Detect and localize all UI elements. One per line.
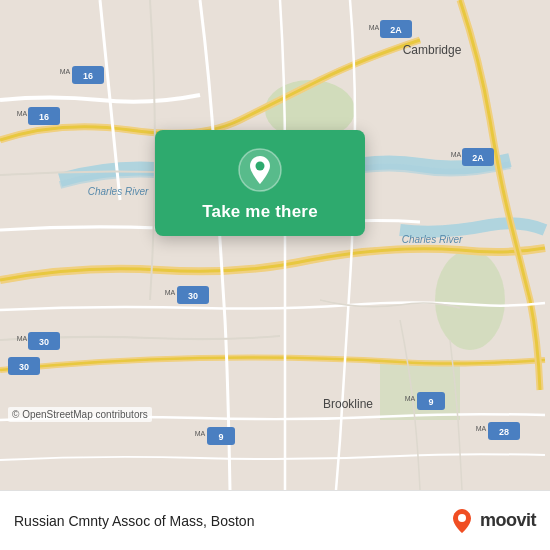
svg-text:MA: MA [195,430,206,437]
svg-text:16: 16 [39,112,49,122]
svg-text:MA: MA [165,289,176,296]
svg-text:MA: MA [451,151,462,158]
map-container: 2A MA 16 MA 16 MA 2A MA 30 MA 30 MA 30 9… [0,0,550,490]
svg-text:2A: 2A [472,153,484,163]
svg-text:MA: MA [17,335,28,342]
place-name: Russian Cmnty Assoc of Mass, Boston [14,513,254,529]
svg-text:30: 30 [188,291,198,301]
svg-rect-3 [380,360,460,420]
bottom-info: Russian Cmnty Assoc of Mass, Boston [14,513,254,529]
svg-point-38 [256,162,265,171]
svg-text:16: 16 [83,71,93,81]
svg-text:2A: 2A [390,25,402,35]
take-me-there-label: Take me there [202,202,318,222]
svg-text:28: 28 [499,427,509,437]
svg-point-2 [435,250,505,350]
svg-text:MA: MA [60,68,71,75]
take-me-there-card[interactable]: Take me there [155,130,365,236]
bottom-bar: Russian Cmnty Assoc of Mass, Boston moov… [0,490,550,550]
svg-text:Brookline: Brookline [323,397,373,411]
svg-text:MA: MA [476,425,487,432]
moovit-logo: moovit [448,507,536,535]
svg-text:30: 30 [19,362,29,372]
svg-text:9: 9 [428,397,433,407]
svg-text:MA: MA [369,24,380,31]
moovit-text: moovit [480,510,536,531]
svg-text:9: 9 [218,432,223,442]
svg-text:MA: MA [405,395,416,402]
svg-point-39 [458,514,466,522]
osm-attribution: © OpenStreetMap contributors [8,407,152,422]
svg-text:Charles River: Charles River [402,234,463,245]
svg-text:MA: MA [17,110,28,117]
svg-text:Charles River: Charles River [88,186,149,197]
svg-text:Cambridge: Cambridge [403,43,462,57]
location-pin-icon [238,148,282,192]
svg-text:30: 30 [39,337,49,347]
moovit-pin-icon [448,507,476,535]
